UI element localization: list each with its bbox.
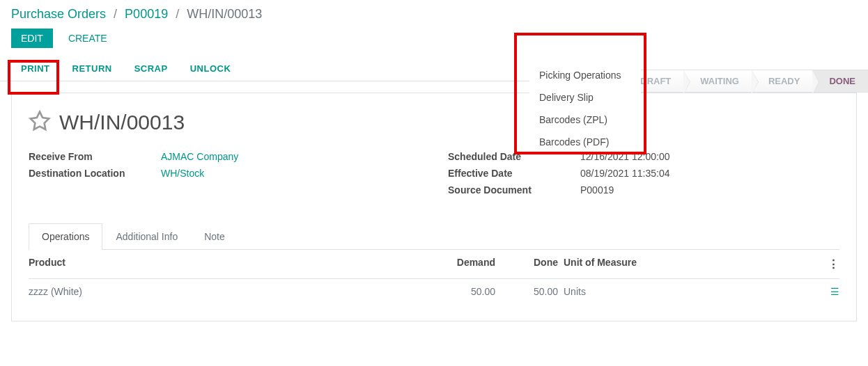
- print-option-barcodes-zpl[interactable]: Barcodes (ZPL): [529, 109, 641, 131]
- edit-button[interactable]: EDIT: [11, 29, 53, 48]
- print-option-picking[interactable]: Picking Operations: [529, 64, 641, 86]
- col-uom-header: Unit of Measure: [558, 257, 756, 271]
- return-button[interactable]: RETURN: [61, 56, 123, 81]
- svg-marker-0: [31, 112, 49, 129]
- print-button[interactable]: PRINT: [10, 56, 61, 81]
- scrap-button[interactable]: SCRAP: [123, 56, 179, 81]
- status-waiting[interactable]: WAITING: [683, 70, 752, 93]
- tab-note[interactable]: Note: [191, 223, 238, 249]
- breadcrumb-root[interactable]: Purchase Orders: [11, 7, 106, 21]
- print-option-delivery[interactable]: Delivery Slip: [529, 86, 641, 109]
- create-button[interactable]: CREATE: [59, 29, 117, 48]
- unlock-button[interactable]: UNLOCK: [179, 56, 242, 81]
- status-done[interactable]: DONE: [812, 70, 868, 93]
- effective-date-label: Effective Date: [448, 168, 580, 179]
- breadcrumb-sep: /: [114, 7, 117, 21]
- breadcrumb: Purchase Orders / P00019 / WH/IN/00013: [0, 0, 868, 29]
- tab-additional-info[interactable]: Additional Info: [102, 223, 191, 249]
- col-done-header: Done: [516, 257, 558, 271]
- status-bar: DRAFT WAITING READY DONE: [623, 70, 868, 93]
- column-options-icon[interactable]: ⋮: [828, 257, 839, 271]
- breadcrumb-sep: /: [176, 7, 179, 21]
- star-icon[interactable]: [29, 110, 51, 134]
- source-doc-label: Source Document: [448, 184, 580, 196]
- page-title: WH/IN/00013: [59, 111, 185, 134]
- tab-operations[interactable]: Operations: [29, 223, 102, 250]
- breadcrumb-parent[interactable]: P00019: [125, 7, 168, 21]
- print-option-barcodes-pdf[interactable]: Barcodes (PDF): [529, 131, 641, 153]
- print-dropdown: Picking Operations Delivery Slip Barcode…: [529, 64, 641, 153]
- breadcrumb-current: WH/IN/00013: [187, 7, 262, 21]
- destination-value[interactable]: WH/Stock: [161, 168, 204, 179]
- receive-from-value[interactable]: AJMAC Company: [161, 151, 238, 162]
- table-header: Product Demand Done Unit of Measure ⋮: [29, 250, 839, 279]
- col-product-header: Product: [29, 257, 321, 271]
- controls-row: EDIT CREATE Print Action: [0, 29, 868, 56]
- col-demand-header: Demand: [321, 257, 516, 271]
- cell-uom: Units: [558, 286, 756, 297]
- status-ready[interactable]: READY: [752, 70, 813, 93]
- source-doc-value: P00019: [580, 184, 614, 196]
- cell-done: 50.00: [516, 286, 558, 297]
- tabs: Operations Additional Info Note: [29, 223, 839, 250]
- cell-demand: 50.00: [321, 286, 516, 297]
- form-sheet: WH/IN/00013 Receive From AJMAC Company S…: [11, 93, 857, 321]
- receive-from-label: Receive From: [29, 151, 161, 162]
- destination-label: Destination Location: [29, 168, 161, 179]
- effective-date-value: 08/19/2021 11:35:04: [580, 168, 669, 179]
- detail-list-icon[interactable]: ☰: [830, 286, 839, 297]
- table-row[interactable]: zzzz (White) 50.00 50.00 Units ☰: [29, 279, 839, 304]
- cell-product: zzzz (White): [29, 286, 321, 297]
